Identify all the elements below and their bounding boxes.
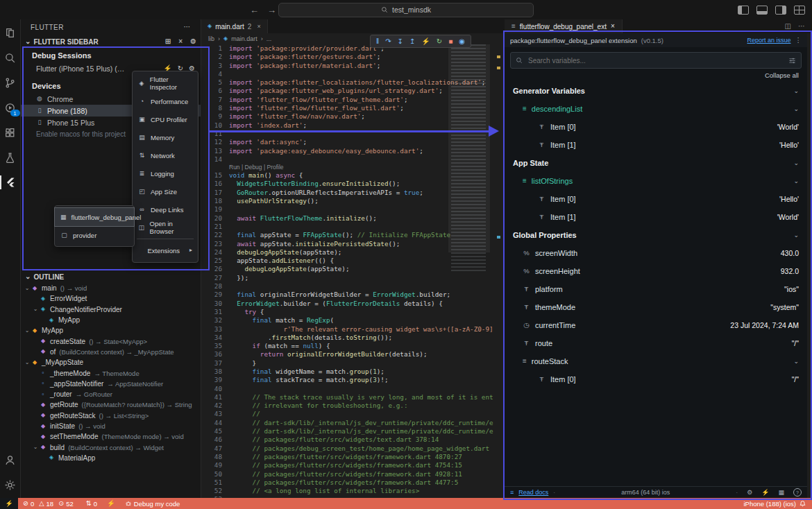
report-issue-link[interactable]: Report an issue [747,37,790,44]
menu-item-cpu-profiler[interactable]: ▣CPU Profiler [133,110,198,128]
menu-item-logging[interactable]: ≣Logging [133,164,198,182]
chevron-down-icon[interactable]: ⌄ [793,160,799,166]
menu-item-network[interactable]: ⇅Network [133,146,198,164]
menu-item-performance[interactable]: ◔Performance [133,92,198,110]
outline-item-thememode[interactable]: ▫_themeMode→ ThemeMode [21,368,201,378]
outline-item-materialapp[interactable]: ◈MaterialApp [21,453,201,463]
extensions-icon[interactable] [3,125,18,140]
section-global-properties[interactable]: Global Properties⌄ [505,226,807,244]
menu-item-app-size[interactable]: ◰App Size [133,182,198,200]
outline-item-changenotifierprovider[interactable]: ⌄◈ChangeNotifierProvider [21,304,201,315]
var-row-item-1[interactable]: ŦItem [1]'Hello' [505,136,807,154]
menu-item-open-in-browser[interactable]: ◫Open in Browser [133,218,198,236]
search-icon[interactable] [3,50,18,65]
outline-item-getroutestack[interactable]: ◆getRouteStack() → List<String> [21,411,201,421]
search-variables-input[interactable] [527,56,784,65]
sidebar-more-icon[interactable]: ⋯ [184,24,191,31]
var-row-screenheight[interactable]: %screenHeight932.0 [505,262,807,280]
outline-item-initstate[interactable]: ◆initState() → void [21,421,201,431]
flutter-sidebar-icon[interactable] [3,175,18,190]
split-editor-icon[interactable]: ◫ [785,23,791,30]
nav-back-icon[interactable]: ← [250,6,259,15]
outline-item-router[interactable]: ▫_router→ GoRouter [21,389,201,399]
outline-item-getroute[interactable]: ◆getRoute({RouteMatch? routeMatch}) → St… [21,399,201,410]
chevron-down-icon[interactable]: ⌄ [793,232,799,239]
tools-icon[interactable]: ⚙ [190,38,196,45]
run-debug-icon[interactable]: 1 [3,100,18,115]
outline-item-myappstate[interactable]: ⌄◆_MyAppState [21,357,201,368]
var-row-thememode[interactable]: ŦthemeMode"system" [505,298,807,316]
var-row-item-0[interactable]: ŦItem [0]'World' [505,118,807,136]
var-row-currenttime[interactable]: ◷currentTime23 Jul 2024, 7:24 AM [505,316,807,334]
submenu-item-provider[interactable]: ▢provider [55,226,134,244]
zap-icon[interactable]: ⚡ [761,490,769,496]
chevron-down-icon[interactable]: ⌄ [793,359,799,365]
menu-item-deep-links[interactable]: ∞Deep Links [133,200,198,218]
restart-icon[interactable]: ↻ [437,38,442,45]
filter-sliders-icon[interactable] [788,57,796,64]
testing-icon[interactable] [3,150,18,165]
more-actions-icon[interactable]: ⋯ [798,23,805,30]
menu-item-flutter-inspector[interactable]: ◈Flutter Inspector [133,74,198,92]
step-over-icon[interactable]: ↷ [385,38,391,45]
remote-indicator-icon[interactable]: ⚡ [0,498,18,509]
collapse-all-link[interactable]: Collapse all [505,71,807,82]
chevron-down-icon[interactable]: ⌄ [793,178,799,184]
stop-icon[interactable]: ■ [448,38,452,45]
step-into-icon[interactable]: ↧ [398,38,403,45]
outline-item-errorwidget[interactable]: ◈ErrorWidget [21,293,201,304]
submenu-item-flutterflow-debug-panel[interactable]: ▦flutterflow_debug_panel [55,208,134,226]
device-label[interactable]: iPhone (188) (ios) [743,500,796,508]
breadcrumb-lib[interactable]: lib [208,35,214,42]
outline-item-of[interactable]: ◆of(BuildContext context) → _MyAppState [21,347,201,357]
minimap-viewport[interactable] [448,44,490,252]
new-window-icon[interactable]: ⊞ [165,38,171,45]
help-icon[interactable]: ? [793,488,802,497]
menu-item-extensions[interactable]: Extensions▸ [133,241,198,259]
toggle-panel-icon[interactable] [756,6,768,15]
close-tab-icon[interactable]: × [257,24,260,30]
var-row-route[interactable]: Ŧroute"/" [505,334,807,352]
nav-forward-icon[interactable]: → [267,6,276,15]
var-row-screenwidth[interactable]: %screenWidth430.0 [505,244,807,262]
grid-icon[interactable]: ▦ [778,490,784,496]
menu-item-memory[interactable]: ▤Memory [133,128,198,146]
chevron-down-icon[interactable]: ⌄ [793,88,799,94]
launch-config[interactable]: Debug my code [120,498,185,509]
outline-item-main[interactable]: ⌄◆main() → void [21,283,201,293]
step-out-icon[interactable]: ↥ [409,38,415,45]
chevron-down-icon[interactable]: ⌄ [25,38,31,45]
tab-flutterflow-debug-panel-ext[interactable]: ≡ flutterflow_debug_panel_ext × [505,19,623,33]
var-row-descendinglist[interactable]: ≡descendingList⌄ [505,100,807,118]
customize-layout-icon[interactable] [794,6,805,15]
command-center-search[interactable]: test_minsdk [278,3,534,17]
kebab-menu-icon[interactable]: ⋮ [795,37,802,44]
pause-icon[interactable]: ‖ [376,38,379,45]
ports-indicator[interactable]: ⇅ 0 [81,498,102,509]
settings-gear-icon[interactable] [3,477,18,492]
breadcrumb-file[interactable]: main.dart [231,35,257,42]
read-docs-link[interactable]: Read docs [518,489,548,496]
problems-indicator[interactable]: ⊘0△18⊙52 [18,498,81,509]
tab-main-dart[interactable]: ◈ main.dart 2 × [201,19,268,33]
settings-gear-icon[interactable]: ⚙ [747,490,752,496]
outline-item-createstate[interactable]: ◆createState() → State<MyApp> [21,336,201,346]
toggle-sidebar-right-icon[interactable] [775,6,786,15]
var-row-platform[interactable]: Ŧplatform"ios" [505,280,807,298]
section-app-state[interactable]: App State⌄ [505,154,807,172]
account-icon[interactable] [3,452,18,467]
outline-item-myapp[interactable]: ◈MyApp [21,315,201,325]
section-generator-variables[interactable]: Generator Variables⌄ [505,82,807,100]
var-row-item-0[interactable]: ŦItem [0]"/" [505,370,807,388]
breadcrumb-symbol[interactable]: ... [267,35,272,42]
outline-item-myapp[interactable]: ⌄◆MyApp [21,325,201,336]
var-row-item-0[interactable]: ŦItem [0]'Hello' [505,190,807,208]
close-tab-icon[interactable]: × [611,23,615,30]
var-row-listofstrings[interactable]: ≡listOfStrings⌄ [505,172,807,190]
bell-icon[interactable] [799,500,806,508]
var-row-routestack[interactable]: ≡routeStack⌄ [505,352,807,370]
outline-item-setthememode[interactable]: ◆setThemeMode(ThemeMode mode) → void [21,431,201,442]
var-row-item-1[interactable]: ŦItem [1]'World' [505,208,807,226]
source-control-icon[interactable] [3,75,18,90]
hot-reload-status-icon[interactable]: ⚡ [102,498,120,509]
